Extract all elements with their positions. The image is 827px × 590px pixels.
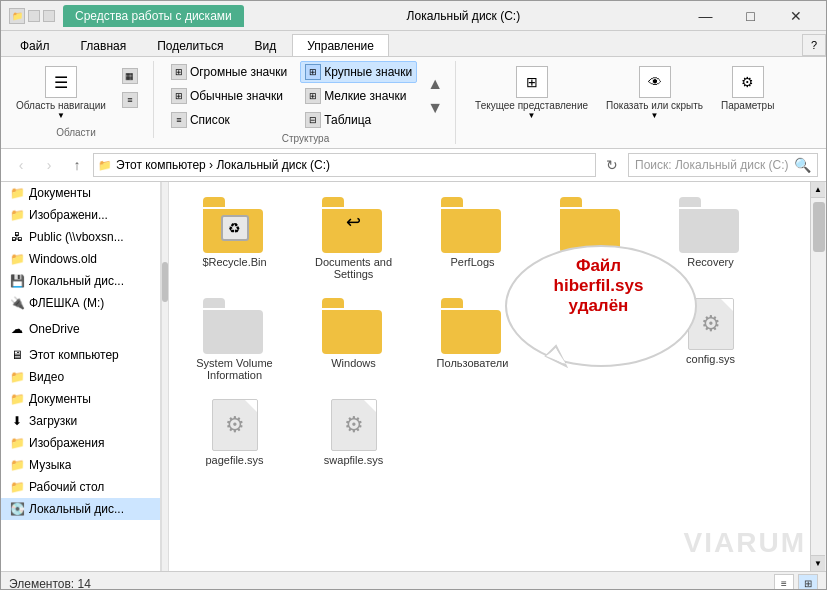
address-bar: ‹ › ↑ 📁 Этот компьютер › Локальный диск … <box>1 149 826 182</box>
minimize-icon <box>28 10 40 22</box>
folder-icon: 📁 <box>9 435 25 451</box>
ribbon-tabs: Файл Главная Поделиться Вид Управление ? <box>1 31 826 57</box>
file-area: ♻ $Recycle.Bin ↩ Documents and Settings <box>169 182 810 571</box>
main-area: 📁 Документы 📁 Изображени... 🖧 Public (\\… <box>1 182 826 571</box>
sidebar-item-label: Документы <box>29 186 91 200</box>
status-bar: Элементов: 14 ≡ ⊞ <box>1 571 826 590</box>
ribbon-group-areas: ☰ Область навигации ▼ ▦ ≡ Области <box>9 61 154 138</box>
tab-home[interactable]: Главная <box>66 34 142 56</box>
sidebar-item-label: Этот компьютер <box>29 348 119 362</box>
up-button[interactable]: ↑ <box>65 153 89 177</box>
address-path-bar[interactable]: 📁 Этот компьютер › Локальный диск (C:) <box>93 153 596 177</box>
drive-icon: 💾 <box>9 273 25 289</box>
search-box[interactable]: Поиск: Локальный диск (C:) 🔍 <box>628 153 818 177</box>
file-item-pagefile-sys[interactable]: ⚙ pagefile.sys <box>177 392 292 473</box>
structure-scroll-down[interactable]: ▼ <box>425 97 445 119</box>
title-bar: 📁 Средства работы с дисками Локальный ди… <box>1 1 826 31</box>
options-button[interactable]: ⚙ Параметры <box>714 61 781 116</box>
sidebar-scrollbar[interactable] <box>161 182 169 571</box>
maximize-button[interactable]: □ <box>728 1 773 31</box>
folder-icon: 📁 <box>9 369 25 385</box>
back-button[interactable]: ‹ <box>9 153 33 177</box>
normal-icons-button[interactable]: ⊞ Обычные значки <box>166 85 292 107</box>
sidebar-item-docs[interactable]: 📁 Документы <box>1 388 160 410</box>
sidebar-item-windows-old[interactable]: 📁 Windows.old <box>1 248 160 270</box>
speech-bubble-wrapper: Файл hiberfil.sys удалён <box>491 241 701 394</box>
sidebar-item-desktop[interactable]: 📁 Рабочий стол <box>1 476 160 498</box>
app-icon: 📁 <box>9 8 25 24</box>
window-title: Локальный диск (C:) <box>244 9 683 23</box>
tab-view[interactable]: Вид <box>239 34 291 56</box>
file-name: swapfile.sys <box>324 454 383 466</box>
sidebar-scrollbar-thumb[interactable] <box>162 262 168 302</box>
bubble-line1: Файл <box>506 256 691 276</box>
disk-tools-tab[interactable]: Средства работы с дисками <box>63 5 244 27</box>
sidebar-item-label: ФЛЕШКА (M:) <box>29 296 104 310</box>
sidebar-item-downloads[interactable]: ⬇ Загрузки <box>1 410 160 432</box>
sidebar-item-label: Локальный дис... <box>29 274 124 288</box>
bubble-line2: hiberfil.sys <box>506 276 691 296</box>
download-icon: ⬇ <box>9 413 25 429</box>
structure-label: Структура <box>166 133 445 144</box>
folder-icon: 📁 <box>9 251 25 267</box>
scroll-thumb[interactable] <box>813 202 825 252</box>
onedrive-icon: ☁ <box>9 321 25 337</box>
speech-bubble-text: Файл hiberfil.sys удалён <box>506 256 691 316</box>
scroll-down-button[interactable]: ▼ <box>811 555 825 571</box>
large-view-toggle[interactable]: ⊞ <box>798 574 818 591</box>
sidebar-item-video[interactable]: 📁 Видео <box>1 366 160 388</box>
sidebar: 📁 Документы 📁 Изображени... 🖧 Public (\\… <box>1 182 161 571</box>
sidebar-item-music[interactable]: 📁 Музыка <box>1 454 160 476</box>
folder-icon: 📁 <box>9 207 25 223</box>
refresh-button[interactable]: ↻ <box>600 153 624 177</box>
file-name: System Volume Information <box>182 357 287 381</box>
table-button[interactable]: ⊟ Таблица <box>300 109 417 131</box>
help-button[interactable]: ? <box>802 34 826 56</box>
file-item-docs-settings[interactable]: ↩ Documents and Settings <box>296 190 411 287</box>
forward-button[interactable]: › <box>37 153 61 177</box>
file-item-swapfile-sys[interactable]: ⚙ swapfile.sys <box>296 392 411 473</box>
tab-share[interactable]: Поделиться <box>142 34 238 56</box>
sidebar-item-public[interactable]: 🖧 Public (\\vboxsn... <box>1 226 160 248</box>
minimize-button[interactable]: — <box>683 1 728 31</box>
sidebar-item-onedrive[interactable]: ☁ OneDrive <box>1 318 160 340</box>
scroll-up-button[interactable]: ▲ <box>811 182 825 198</box>
drive-icon: 💽 <box>9 501 25 517</box>
sidebar-item-images[interactable]: 📁 Изображени... <box>1 204 160 226</box>
tab-manage[interactable]: Управление <box>292 34 389 56</box>
file-item-system-vol-info[interactable]: System Volume Information <box>177 291 292 388</box>
file-name: $Recycle.Bin <box>202 256 266 268</box>
file-name: PerfLogs <box>450 256 494 268</box>
file-item-windows[interactable]: Windows <box>296 291 411 388</box>
sidebar-item-documents[interactable]: 📁 Документы <box>1 182 160 204</box>
list-button[interactable]: ≡ Список <box>166 109 292 131</box>
details-view-toggle[interactable]: ≡ <box>774 574 794 591</box>
tab-file[interactable]: Файл <box>5 34 65 56</box>
current-view-button[interactable]: ⊞ Текущее представление ▼ <box>468 61 595 125</box>
details-pane-button[interactable]: ≡ <box>117 89 143 111</box>
structure-scroll-up[interactable]: ▲ <box>425 73 445 95</box>
file-grid: ♻ $Recycle.Bin ↩ Documents and Settings <box>177 190 802 473</box>
sidebar-item-label: Public (\\vboxsn... <box>29 230 124 244</box>
file-name: pagefile.sys <box>205 454 263 466</box>
sidebar-item-pictures[interactable]: 📁 Изображения <box>1 432 160 454</box>
sidebar-item-c-drive[interactable]: 💽 Локальный дис... <box>1 498 160 520</box>
file-item-recycle-bin[interactable]: ♻ $Recycle.Bin <box>177 190 292 287</box>
ribbon-group-view: ⊞ Текущее представление ▼ 👁 Показать или… <box>468 61 781 125</box>
large-icons-button[interactable]: ⊞ Крупные значки <box>300 61 417 83</box>
preview-pane-button[interactable]: ▦ <box>117 65 143 87</box>
sidebar-item-this-pc[interactable]: 🖥 Этот компьютер <box>1 344 160 366</box>
nav-pane-button[interactable]: ☰ Область навигации ▼ <box>9 61 113 125</box>
huge-icons-button[interactable]: ⊞ Огромные значки <box>166 61 292 83</box>
sidebar-item-usb[interactable]: 🔌 ФЛЕШКА (M:) <box>1 292 160 314</box>
sidebar-item-label: Изображени... <box>29 208 108 222</box>
show-hide-button[interactable]: 👁 Показать или скрыть ▼ <box>599 61 710 125</box>
folder-icon: 📁 <box>9 479 25 495</box>
sidebar-item-local-disk[interactable]: 💾 Локальный дис... <box>1 270 160 292</box>
path-text: Этот компьютер › Локальный диск (C:) <box>116 158 330 172</box>
small-icons-button[interactable]: ⊞ Мелкие значки <box>300 85 417 107</box>
sidebar-item-label: Загрузки <box>29 414 77 428</box>
file-area-scrollbar[interactable]: ▲ ▼ <box>810 182 826 571</box>
search-icon[interactable]: 🔍 <box>794 157 811 173</box>
close-button[interactable]: ✕ <box>773 1 818 31</box>
